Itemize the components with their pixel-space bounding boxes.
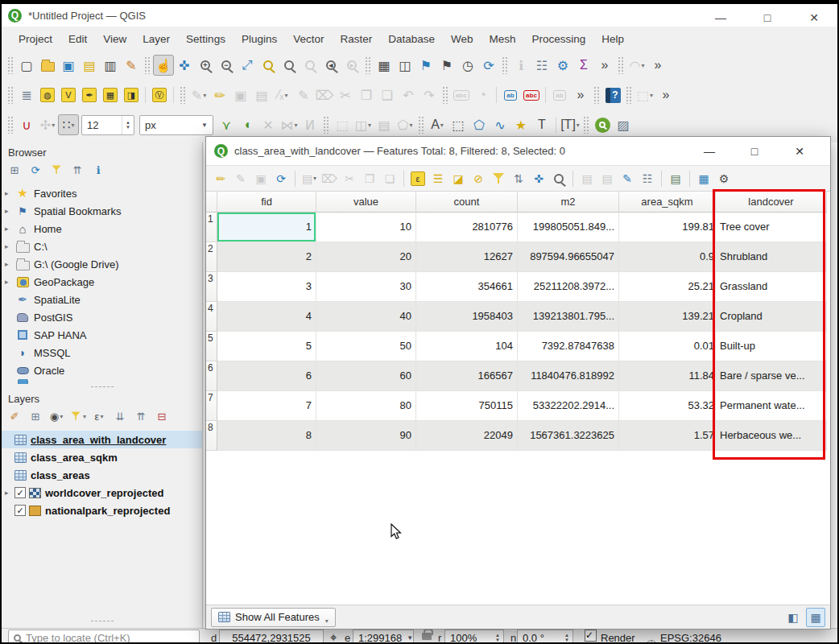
zoom-in-icon[interactable]: + [195,55,216,76]
cell-count[interactable]: 2810776 [416,213,518,242]
add-wms-layer-icon[interactable]: Ⓥ [149,85,170,105]
open-layer-styling-icon[interactable]: ✐ [6,408,23,424]
help-icon[interactable]: ? [602,85,623,105]
row-number[interactable]: 7 [206,391,217,421]
row-number[interactable]: 5 [206,332,217,361]
style-manager-icon[interactable]: ✎ [121,55,142,76]
redo-icon[interactable]: ↷ [419,85,440,105]
toolbar-handle[interactable] [418,116,424,134]
toolbar-extension-icon[interactable]: » [594,55,615,76]
dialog-close-button[interactable]: ✕ [777,140,822,163]
toolbar-handle[interactable] [7,56,14,74]
expand-arrow-icon[interactable]: ▸ [5,278,14,286]
locator-search-input[interactable]: Type to locate (Ctrl+K) [8,630,200,644]
topological-editing-icon[interactable]: ◖ [237,114,258,135]
multiedit-mode-icon[interactable]: ✎ [231,169,250,188]
pan-to-selection-icon[interactable]: ✜ [529,169,548,188]
column-header-fid[interactable]: fid [217,192,316,213]
new-project-icon[interactable]: ▢ [16,55,37,76]
copy-selected-icon[interactable]: ❐ [360,169,379,188]
column-header-area_sqkm[interactable]: area_sqkm [619,192,716,213]
toolbar-handle[interactable] [323,116,329,134]
cell-value[interactable]: 40 [316,302,416,332]
browser-item-mssql[interactable]: ◗MSSQL [2,344,202,361]
field-expression-icon[interactable]: ✎ [618,169,637,188]
cell-area_sqkm[interactable]: 0.01 [619,332,716,361]
scale-combobox[interactable]: 1:299168 ▼ [353,630,414,644]
vector-toolbox-icon[interactable]: ◠▾ [626,55,647,76]
cell-landcover[interactable]: Herbaceous we... [716,421,827,451]
cell-count[interactable]: 104 [416,332,518,361]
cell-area_sqkm[interactable]: 199.81 [619,213,716,242]
cell-count[interactable]: 166567 [416,361,518,391]
new-print-layout-icon[interactable]: ▤ [79,55,100,76]
new-field-icon[interactable]: ▤ [577,169,597,188]
browser-item-g-google-drive[interactable]: ▸G:\ (Google Drive) [2,255,202,273]
zoom-to-selection-icon[interactable] [258,55,279,76]
coordinate-field[interactable]: 554472,2931525 [219,630,324,644]
cross-intersection-icon[interactable]: ✕ [258,114,279,135]
zoom-out-icon[interactable]: − [216,55,237,76]
add-group-icon[interactable]: ⊞ [27,408,43,424]
add-selected-layers-icon[interactable]: ⊞ [6,162,23,178]
panel-splitter-bottom[interactable] [2,618,202,623]
cell-m2[interactable]: 53322202.2914... [518,391,619,421]
browser-item-spatial-bookmarks[interactable]: ▸⚑Spatial Bookmarks [2,202,202,220]
toolbar-handle[interactable] [502,56,508,74]
menu-layer[interactable]: Layer [135,30,177,48]
browser-item-geopackage[interactable]: ▸GeoPackage [2,273,202,291]
browser-item-spatialite[interactable]: ✒SpatiaLite [2,291,202,308]
cell-value[interactable]: 60 [316,361,416,391]
cell-landcover[interactable]: Cropland [716,302,827,332]
snapping-tolerance-spin[interactable]: 12▲▼ [81,115,134,135]
browser-item-favorites[interactable]: ▸★Favorites [2,184,202,202]
cell-area_sqkm[interactable]: 25.21 [619,272,716,302]
save-layer-edits-icon[interactable]: ▣ [230,85,251,105]
move-label-icon[interactable]: ab [549,85,570,105]
menu-help[interactable]: Help [594,30,631,48]
merge-features-icon[interactable]: ▤ [374,114,395,135]
modify-attributes-icon[interactable]: ✎ [293,85,314,105]
layer-item-class-area-with-landcover[interactable]: class_area_with_landcover [2,431,202,448]
split-features-icon[interactable]: ◫▾ [353,114,374,135]
filter-browser-icon[interactable] [48,162,64,178]
menu-mesh[interactable]: Mesh [482,30,523,48]
dock-attribute-table-icon[interactable]: ▦ [694,169,713,188]
open-field-calculator-icon[interactable]: ☷ [638,169,657,188]
form-view-button[interactable]: ◧ [783,608,803,627]
toolbar-handle[interactable] [583,116,589,134]
row-number[interactable]: 4 [206,302,217,332]
extents-icon[interactable]: ⌖ [330,630,337,644]
conditional-formatting-icon[interactable]: ▤ [666,169,685,188]
expand-arrow-icon[interactable]: ▸ [5,207,14,215]
expand-arrow-icon[interactable]: ▸ [5,242,14,250]
browser-item-oracle[interactable]: Oracle [2,361,202,379]
paste-into-table-icon[interactable]: ❏ [380,169,399,188]
new-3d-map-view-icon[interactable]: ◫ [395,55,415,76]
render-checkbox[interactable]: ✓ [585,630,597,642]
menu-plugins[interactable]: Plugins [234,30,284,48]
row-number[interactable]: 2 [206,242,217,272]
expand-arrow-icon[interactable]: ▸ [5,260,14,268]
pin-labels-icon[interactable]: ab [500,85,521,105]
menu-view[interactable]: View [96,30,134,48]
new-spatial-bookmark-icon[interactable]: ⚑ [415,55,436,76]
cell-count[interactable]: 1958403 [416,302,518,332]
cell-count[interactable]: 354661 [416,272,518,302]
cell-value[interactable]: 50 [316,332,416,361]
map-tips-icon[interactable]: [T]▾ [560,114,581,135]
dialog-minimize-button[interactable]: — [687,140,732,163]
zoom-next-icon[interactable]: ▸ [341,55,362,76]
annotation-tool-icon[interactable]: A▾ [427,114,448,135]
cell-fid[interactable]: 4 [217,302,316,332]
refresh-map-icon[interactable]: ⟳ [478,55,499,76]
add-delimited-text-layer-icon[interactable]: V [58,85,79,105]
toolbar-handle[interactable] [442,86,448,104]
paste-features-icon[interactable]: ❏ [377,85,398,105]
zoom-native-icon[interactable] [300,55,320,76]
feature-filter-button[interactable]: Show All Features ▾ [211,608,336,627]
row-number[interactable]: 8 [206,421,217,451]
new-map-view-icon[interactable]: ▦ [374,55,395,76]
browser-item-home[interactable]: ▸⌂Home [2,220,202,237]
layer-item-class-areas[interactable]: class_areas [2,466,202,484]
